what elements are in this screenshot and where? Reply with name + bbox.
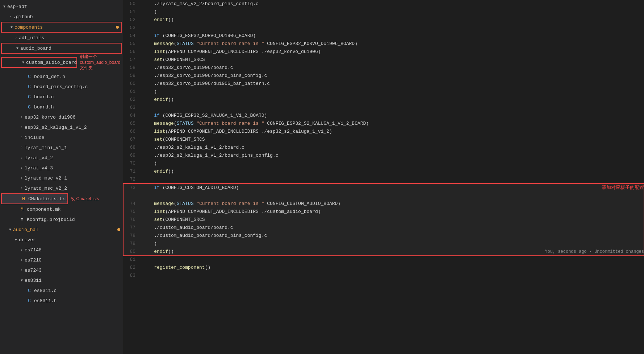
cmakelists-annotation: 改 CmakeLists [71,196,99,202]
code-text: if (CONFIG_ESP32_S2_KALUGA_1_V1_2_BOARD) [141,112,644,120]
line-number: 63 [123,104,141,112]
sidebar-item-esp-adf[interactable]: ▼ esp-adf [0,1,123,12]
code-text: list(APPEND COMPONENT_ADD_INCLUDEDIRS ./… [141,48,644,56]
sidebar-item-lyrat-mini[interactable]: › lyrat_mini_v1_1 [0,143,123,153]
code-line-51: 51 ) [123,8,644,16]
line-number: 70 [123,160,141,168]
code-line-74: 74 message(STATUS "Current board name is… [123,200,644,208]
sidebar-item-label: .github [13,14,33,20]
sidebar-item-es7148[interactable]: › es7148 [0,245,123,255]
m-file-icon: M [19,207,25,212]
sidebar-item-lyrat-v4-3[interactable]: › lyrat_v4_3 [0,163,123,173]
line-number: 76 [123,216,141,224]
code-text: ./esp32_korvo_du1906/du1906_bar_pattern.… [141,80,644,88]
code-line-71: 71 endif() [123,168,644,176]
line-number: 67 [123,136,141,144]
sidebar-item-label: lyratd_msc_v2_1 [25,176,67,181]
code-text: ./esp32_s2_kaluga_1_v1_2/board.c [141,144,644,152]
sidebar-item-component-mk[interactable]: M component.mk [0,204,123,214]
code-text: message(STATUS "Current board name is " … [141,40,644,48]
code-line-57: 57 set(COMPONENT_SRCS [123,56,644,64]
sidebar-item-es8311-h[interactable]: C es8311.h [0,296,123,306]
arrow-icon: ▼ [1,5,7,9]
code-text: set(COMPONENT_SRCS [141,56,644,64]
code-text: set(COMPONENT_SRCS [141,216,644,224]
sidebar-item-label: Kconfig.projbuild [27,217,75,222]
sidebar-item-label: audio_board [20,46,51,51]
code-text: list(APPEND COMPONENT_ADD_INCLUDEDIRS ./… [141,208,644,216]
sidebar-item-driver[interactable]: ▼ driver [0,235,123,245]
code-line-53: 53 [123,24,644,32]
sidebar-item-label: lyrat_mini_v1_1 [25,145,67,151]
sidebar-item-board-h[interactable]: C board.h [0,102,123,112]
line-number: 56 [123,48,141,56]
arrow-icon: › [19,115,25,119]
sidebar-item-label: board.c [34,94,54,100]
sidebar-item-esp32-s2-kaluga[interactable]: › esp32_s2_kaluga_1_v1_2 [0,122,123,132]
sidebar-item-label: esp32_korvo_du1906 [25,115,75,120]
sidebar-item-label: lyratd_msc_v2_2 [25,186,67,191]
code-text: ./esp32_s2_kaluga_1_v1_2/board_pins_conf… [141,152,644,160]
arrow-icon: › [19,166,25,170]
arrow-icon: › [19,146,25,150]
code-text: ) [141,160,644,168]
line-number: 65 [123,120,141,128]
sidebar-item-include[interactable]: › include [0,132,123,143]
code-line-77: 77 ./custom_audio_board/board.c [123,224,644,232]
arrow-icon: › [19,125,25,129]
arrow-icon: › [7,15,13,19]
code-text: endif() [141,168,644,176]
arrow-icon: ▼ [14,46,20,50]
sidebar-item-board-def-h[interactable]: C board_def.h [0,71,123,82]
sidebar-item-kconfig[interactable]: ≡ Kconfig.projbuild [0,214,123,225]
arrow-icon: › [19,136,25,140]
code-text: endif() [141,248,538,256]
code-line-58: 58 ./esp32_korvo_du1906/board.c [123,64,644,72]
c-file-icon: C [26,104,33,110]
sidebar-item-es7210[interactable]: › es7210 [0,255,123,265]
code-line-59: 59 ./esp32_korvo_du1906/board_pins_confi… [123,72,644,80]
code-text: list(APPEND COMPONENT_ADD_INCLUDEDIRS ./… [141,128,644,136]
sidebar-item-adf-utils[interactable]: › adf_utils [0,33,123,43]
line-number: 50 [123,0,141,8]
arrow-icon: › [19,186,25,190]
sidebar-item-es8311[interactable]: ▼ es8311 [0,275,123,285]
sidebar-item-esp32-korvo[interactable]: › esp32_korvo_du1906 [0,112,123,122]
code-line-76: 76 set(COMPONENT_SRCS [123,216,644,224]
arrow-icon: ▼ [9,25,14,29]
code-text: ) [141,88,644,96]
line-number: 81 [123,256,141,264]
sidebar-item-label: lyrat_v4_3 [25,165,53,171]
c-file-icon: C [26,84,33,90]
line-number: 80 [123,248,141,256]
code-line-69: 69 ./esp32_s2_kaluga_1_v1_2/board_pins_c… [123,152,644,160]
sidebar-item-cmakelists[interactable]: M CMakeLists.txt [1,194,68,204]
sidebar-item-board-pins-config[interactable]: C board_pins_config.c [0,82,123,92]
line-number: 61 [123,88,141,96]
code-line-81: 81 [123,256,644,264]
code-text: ) [141,240,644,248]
sidebar-item-label: adf_utils [19,35,44,41]
sidebar-item-github[interactable]: › .github [0,12,123,22]
c-file-icon: C [26,74,33,79]
sidebar-item-es7243[interactable]: › es7243 [0,265,123,275]
sidebar-item-lyrat-v4-2[interactable]: › lyrat_v4_2 [0,153,123,163]
line-number: 62 [123,96,141,104]
code-text: register_component() [141,264,644,272]
code-line-79: 79 ) [123,240,644,248]
sidebar-item-custom-audio-board[interactable]: ▼ custom_audio_board [1,57,77,67]
line-number: 55 [123,40,141,48]
sidebar-item-audio-board[interactable]: ▼ audio_board [1,43,122,53]
sidebar-item-components[interactable]: ▼ components [1,22,122,32]
line-number: 59 [123,72,141,80]
sidebar-item-es8311-c[interactable]: C es8311.c [0,285,123,296]
code-text: ./esp32_korvo_du1906/board_pins_config.c [141,72,644,80]
sidebar-item-audio-hal[interactable]: ▼ audio_hal [0,225,123,235]
code-line-82: 82 register_component() [123,264,644,272]
sidebar-item-board-c[interactable]: C board.c [0,92,123,102]
line-number: 68 [123,144,141,152]
code-line-60: 60 ./esp32_korvo_du1906/du1906_bar_patte… [123,80,644,88]
sidebar-item-lyratd-msc-v2-1[interactable]: › lyratd_msc_v2_1 [0,173,123,183]
code-line-80: 80 endif() You, seconds ago · Uncommitte… [123,248,644,256]
sidebar-item-lyratd-msc-v2-2[interactable]: › lyratd_msc_v2_2 [0,183,123,193]
